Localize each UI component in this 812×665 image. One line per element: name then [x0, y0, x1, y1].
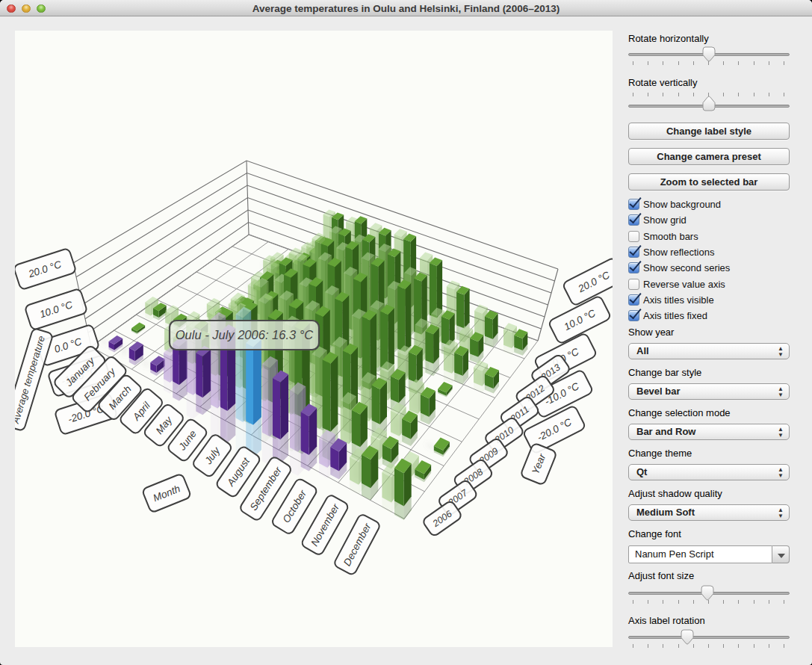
svg-text:Oulu - July 2006: 16.3 °C: Oulu - July 2006: 16.3 °C	[176, 328, 314, 341]
